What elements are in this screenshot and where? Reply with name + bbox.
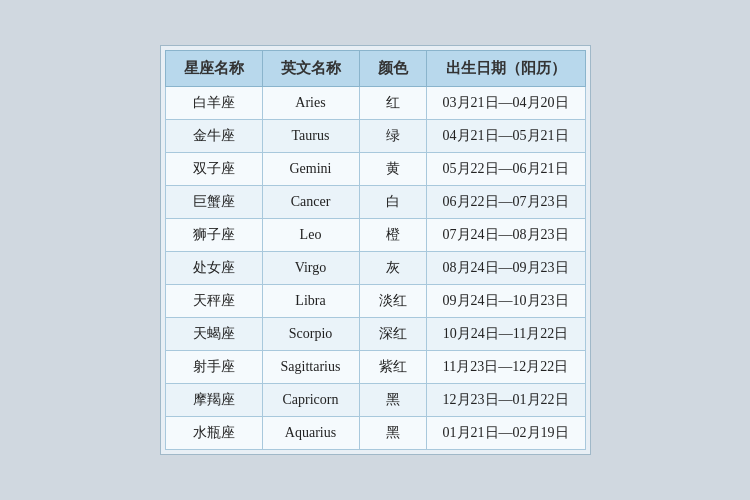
table-row: 处女座Virgo灰08月24日—09月23日 xyxy=(165,252,585,285)
table-cell-1-1: Taurus xyxy=(262,120,359,153)
table-cell-8-2: 紫红 xyxy=(359,351,426,384)
table-cell-3-3: 06月22日—07月23日 xyxy=(426,186,585,219)
table-cell-5-2: 灰 xyxy=(359,252,426,285)
table-cell-9-3: 12月23日—01月22日 xyxy=(426,384,585,417)
table-cell-3-1: Cancer xyxy=(262,186,359,219)
col-header-color: 颜色 xyxy=(359,51,426,87)
table-cell-6-0: 天秤座 xyxy=(165,285,262,318)
table-cell-5-1: Virgo xyxy=(262,252,359,285)
table-cell-9-0: 摩羯座 xyxy=(165,384,262,417)
table-cell-0-0: 白羊座 xyxy=(165,87,262,120)
zodiac-table: 星座名称 英文名称 颜色 出生日期（阳历） 白羊座Aries红03月21日—04… xyxy=(165,50,586,450)
table-cell-8-0: 射手座 xyxy=(165,351,262,384)
table-cell-9-2: 黑 xyxy=(359,384,426,417)
table-cell-3-0: 巨蟹座 xyxy=(165,186,262,219)
table-cell-4-3: 07月24日—08月23日 xyxy=(426,219,585,252)
table-cell-1-3: 04月21日—05月21日 xyxy=(426,120,585,153)
table-cell-2-2: 黄 xyxy=(359,153,426,186)
table-cell-1-2: 绿 xyxy=(359,120,426,153)
table-cell-4-2: 橙 xyxy=(359,219,426,252)
table-cell-0-1: Aries xyxy=(262,87,359,120)
table-cell-6-1: Libra xyxy=(262,285,359,318)
table-row: 白羊座Aries红03月21日—04月20日 xyxy=(165,87,585,120)
table-cell-5-3: 08月24日—09月23日 xyxy=(426,252,585,285)
table-cell-7-2: 深红 xyxy=(359,318,426,351)
table-header-row: 星座名称 英文名称 颜色 出生日期（阳历） xyxy=(165,51,585,87)
table-row: 射手座Sagittarius紫红11月23日—12月22日 xyxy=(165,351,585,384)
table-cell-8-1: Sagittarius xyxy=(262,351,359,384)
table-cell-8-3: 11月23日—12月22日 xyxy=(426,351,585,384)
table-cell-5-0: 处女座 xyxy=(165,252,262,285)
table-row: 巨蟹座Cancer白06月22日—07月23日 xyxy=(165,186,585,219)
table-row: 双子座Gemini黄05月22日—06月21日 xyxy=(165,153,585,186)
table-body: 白羊座Aries红03月21日—04月20日金牛座Taurus绿04月21日—0… xyxy=(165,87,585,450)
table-row: 摩羯座Capricorn黑12月23日—01月22日 xyxy=(165,384,585,417)
table-row: 天秤座Libra淡红09月24日—10月23日 xyxy=(165,285,585,318)
table-cell-7-0: 天蝎座 xyxy=(165,318,262,351)
table-cell-2-0: 双子座 xyxy=(165,153,262,186)
zodiac-table-container: 星座名称 英文名称 颜色 出生日期（阳历） 白羊座Aries红03月21日—04… xyxy=(160,45,591,455)
table-cell-7-1: Scorpio xyxy=(262,318,359,351)
table-cell-0-2: 红 xyxy=(359,87,426,120)
table-cell-10-2: 黑 xyxy=(359,417,426,450)
table-cell-1-0: 金牛座 xyxy=(165,120,262,153)
table-row: 水瓶座Aquarius黑01月21日—02月19日 xyxy=(165,417,585,450)
table-cell-4-0: 狮子座 xyxy=(165,219,262,252)
table-cell-4-1: Leo xyxy=(262,219,359,252)
table-cell-2-1: Gemini xyxy=(262,153,359,186)
table-cell-6-3: 09月24日—10月23日 xyxy=(426,285,585,318)
col-header-english: 英文名称 xyxy=(262,51,359,87)
table-cell-3-2: 白 xyxy=(359,186,426,219)
table-cell-10-0: 水瓶座 xyxy=(165,417,262,450)
table-cell-0-3: 03月21日—04月20日 xyxy=(426,87,585,120)
table-row: 金牛座Taurus绿04月21日—05月21日 xyxy=(165,120,585,153)
table-cell-7-3: 10月24日—11月22日 xyxy=(426,318,585,351)
table-cell-6-2: 淡红 xyxy=(359,285,426,318)
table-row: 狮子座Leo橙07月24日—08月23日 xyxy=(165,219,585,252)
table-cell-2-3: 05月22日—06月21日 xyxy=(426,153,585,186)
table-cell-9-1: Capricorn xyxy=(262,384,359,417)
table-row: 天蝎座Scorpio深红10月24日—11月22日 xyxy=(165,318,585,351)
table-cell-10-1: Aquarius xyxy=(262,417,359,450)
col-header-chinese: 星座名称 xyxy=(165,51,262,87)
col-header-date: 出生日期（阳历） xyxy=(426,51,585,87)
table-cell-10-3: 01月21日—02月19日 xyxy=(426,417,585,450)
